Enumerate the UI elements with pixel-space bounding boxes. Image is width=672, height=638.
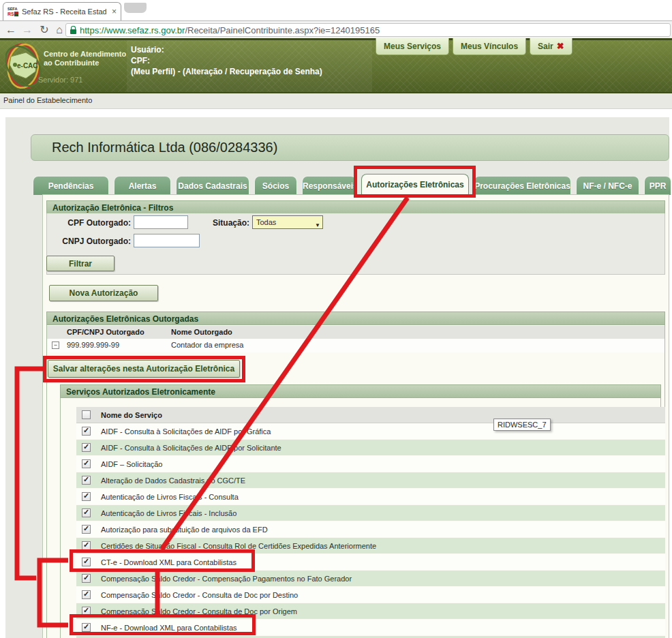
svg-text:SEFA: SEFA xyxy=(7,7,17,11)
servicos-section-header: Serviços Autorizados Eletronicamente xyxy=(60,384,661,398)
service-label: Autenticação de Livros Fiscais - Inclusã… xyxy=(101,509,236,517)
header-buttons: Meus Serviços Meus Vínculos Sair✖ xyxy=(376,38,572,55)
nova-autorizacao-button[interactable]: Nova Autorização xyxy=(49,285,158,301)
cnpj-outorgado-label: CNPJ Outorgado: xyxy=(41,237,131,246)
chevron-down-icon: ▼ xyxy=(315,219,320,232)
app-header: e-CAC Centro de Atendimento ao Contribui… xyxy=(0,38,672,93)
situacao-value: Todas xyxy=(256,218,276,226)
usuario-label: Usuário: xyxy=(131,44,322,55)
service-label: Compensação Saldo Credor - Consulta de D… xyxy=(101,591,298,599)
home-icon[interactable]: ⌂ xyxy=(52,21,66,39)
col-nome-servico: Nome do Serviço xyxy=(101,411,162,419)
cpf-label: CPF: xyxy=(131,55,322,66)
meus-vinculos-button[interactable]: Meus Vínculos xyxy=(453,38,526,55)
service-label: AIDF – Solicitação xyxy=(101,460,162,468)
salvar-alteracoes-button[interactable]: Salvar alterações nesta Autorização Elet… xyxy=(48,360,240,378)
service-checkbox[interactable] xyxy=(82,623,91,632)
tab[interactable]: Responsáveis xyxy=(302,176,356,195)
tab[interactable]: Procurações Eletrônicas xyxy=(474,176,571,195)
service-row: NF-e - Download XML para Contabilistas xyxy=(76,620,665,636)
reload-icon[interactable]: ↻ xyxy=(37,21,51,39)
svg-text:RS: RS xyxy=(7,12,14,16)
tab[interactable]: PPR xyxy=(644,176,671,195)
screen: SEFA RS Sefaz RS - Receita Estadual × ← … xyxy=(0,0,672,638)
back-icon[interactable]: ← xyxy=(4,21,18,39)
service-label: NF-e - Download XML para Contabilistas xyxy=(101,624,237,632)
url-secure-part: https://www.sefaz.rs.gov.br xyxy=(80,25,185,35)
sefaz-favicon-icon: SEFA RS xyxy=(7,6,18,17)
page-tabs: PendênciasAlertasDados CadastraisSóciosR… xyxy=(33,173,671,195)
service-row: AIDF – Solicitação xyxy=(76,456,665,472)
service-row: AIDF - Consulta à Solicitações de AIDF p… xyxy=(76,440,665,456)
service-row: Autorização para substituição de arquivo… xyxy=(76,521,665,538)
page-title: Rech Informática Ltda (086/0284336) xyxy=(31,134,669,161)
tab[interactable]: Sócios xyxy=(254,176,297,195)
tab[interactable]: Pendências xyxy=(33,176,109,195)
browser-tab[interactable]: SEFA RS Sefaz RS - Receita Estadual × xyxy=(3,2,121,20)
sair-button[interactable]: Sair✖ xyxy=(530,38,572,55)
situacao-select[interactable]: Todas ▼ xyxy=(252,215,323,229)
service-row: Certidões de Situação Fiscal - Consulta … xyxy=(76,538,665,554)
browser-tabstrip: SEFA RS Sefaz RS - Receita Estadual × xyxy=(0,0,672,20)
filters-section-header: Autorização Eletrônica - Filtros xyxy=(46,200,665,214)
collapse-icon[interactable]: − xyxy=(52,341,59,349)
select-all-checkbox[interactable] xyxy=(82,410,91,419)
service-row: Compensação Saldo Credor - Consulta de D… xyxy=(76,603,665,620)
cpf-outorgado-label: CPF Outorgado: xyxy=(41,218,131,228)
service-checkbox[interactable] xyxy=(82,492,91,501)
service-checkbox[interactable] xyxy=(82,590,91,599)
service-checkbox[interactable] xyxy=(82,558,91,566)
ecac-logo-icon: e-CAC xyxy=(5,42,42,91)
servidor-label: Servidor: 971 xyxy=(38,76,82,84)
new-tab-button[interactable] xyxy=(124,3,147,13)
situacao-label: Situação: xyxy=(191,218,249,228)
service-checkbox[interactable] xyxy=(82,525,91,534)
outorgada-nome: Contador da empresa xyxy=(171,341,243,349)
breadcrumb[interactable]: Painel do Estabelecimento xyxy=(0,93,672,109)
service-row: Autenticação de Livros Fiscais - Consult… xyxy=(76,489,665,505)
service-checkbox[interactable] xyxy=(82,459,91,468)
logo-title: Centro de Atendimento ao Contribuinte xyxy=(44,50,126,67)
perfil-links[interactable]: (Meu Perfil) - (Alteração / Recuperação … xyxy=(131,66,322,77)
service-checkbox[interactable] xyxy=(82,443,91,452)
service-label: AIDF - Consulta à Solicitações de AIDF p… xyxy=(101,427,271,436)
outorgadas-section-header: Autorizações Eletrônicas Outorgadas xyxy=(46,312,665,325)
browser-toolbar: ← → ↻ ⌂ https://www.sefaz.rs.gov.br/Rece… xyxy=(0,20,672,38)
service-label: AIDF - Consulta à Solicitações de AIDF p… xyxy=(101,444,281,452)
service-checkbox[interactable] xyxy=(82,541,91,550)
forward-icon[interactable]: → xyxy=(20,21,34,39)
cnpj-outorgado-input[interactable] xyxy=(134,234,200,247)
tab[interactable]: Alertas xyxy=(114,176,171,195)
tooltip: RIDWSESC_7 xyxy=(493,419,551,431)
service-label: Compensação Saldo Credor - Consulta de D… xyxy=(101,607,297,616)
cpf-outorgado-input[interactable] xyxy=(134,215,188,229)
svg-text:e-CAC: e-CAC xyxy=(17,62,38,70)
filtrar-button[interactable]: Filtrar xyxy=(46,256,114,271)
service-checkbox[interactable] xyxy=(82,574,91,583)
service-row: Compensação Saldo Credor - Compensação P… xyxy=(76,571,665,587)
service-label: Compensação Saldo Credor - Compensação P… xyxy=(101,575,352,583)
outorgadas-table-header: CPF/CNPJ Outorgado Nome Outorgado xyxy=(47,326,665,339)
service-checkbox[interactable] xyxy=(82,427,91,436)
meus-servicos-button[interactable]: Meus Serviços xyxy=(376,38,449,55)
outorgada-cpf: 999.999.999-99 xyxy=(67,341,119,349)
service-label: CT-e - Download XML para Contabilistas xyxy=(101,558,236,566)
close-tab-icon[interactable]: × xyxy=(112,7,117,16)
url-path-part: /Receita/PainelContribuinte.aspx?ie=1240… xyxy=(185,25,380,35)
padlock-icon xyxy=(70,29,76,34)
tab[interactable]: Dados Cadastrais xyxy=(176,176,249,195)
service-checkbox[interactable] xyxy=(82,508,91,517)
service-checkbox[interactable] xyxy=(82,476,91,485)
address-bar[interactable]: https://www.sefaz.rs.gov.br/Receita/Pain… xyxy=(65,23,671,37)
service-row: Alteração de Dados Cadastrais no CGC/TE xyxy=(76,472,665,489)
service-checkbox[interactable] xyxy=(82,607,91,616)
tab[interactable]: NF-e / NFC-e xyxy=(576,176,639,195)
tab[interactable]: Autorizações Eletrônicas xyxy=(361,174,469,195)
service-row: Compensação Saldo Credor - Consulta de D… xyxy=(76,587,665,603)
col-nome: Nome Outorgado xyxy=(171,328,232,336)
browser-tab-title: Sefaz RS - Receita Estadual xyxy=(22,7,106,16)
service-row: AIDF - Consulta à Solicitações de AIDF p… xyxy=(76,423,665,440)
service-label: Alteração de Dados Cadastrais no CGC/TE xyxy=(101,476,245,485)
sair-x-icon: ✖ xyxy=(557,41,564,51)
services-table: Nome do Serviço AIDF - Consulta à Solici… xyxy=(76,407,665,636)
